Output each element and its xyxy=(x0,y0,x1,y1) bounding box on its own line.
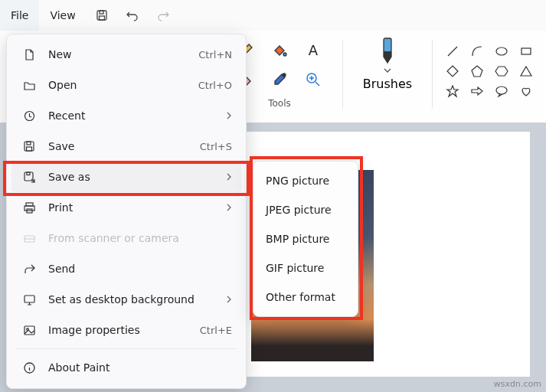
svg-rect-21 xyxy=(25,296,34,302)
menu-item-label: Open xyxy=(48,79,77,91)
svg-rect-0 xyxy=(97,11,106,20)
menu-item-properties[interactable]: Image properties Ctrl+E xyxy=(11,315,241,345)
redo-icon xyxy=(148,0,178,31)
menu-item-about[interactable]: About Paint xyxy=(11,352,241,383)
shortcut-label: Ctrl+S xyxy=(200,141,232,152)
shape-callout-icon[interactable] xyxy=(492,83,511,100)
svg-rect-13 xyxy=(27,142,31,145)
desktop-icon xyxy=(21,293,38,306)
svg-point-5 xyxy=(283,74,286,77)
menu-item-save-as[interactable]: Save as xyxy=(11,162,241,192)
chevron-right-icon xyxy=(226,172,232,181)
fill-icon[interactable] xyxy=(266,37,293,64)
menu-item-label: Send xyxy=(48,263,75,275)
menu-item-label: Save as xyxy=(48,171,90,183)
svg-text:A: A xyxy=(309,43,319,58)
submenu-item-other[interactable]: Other format xyxy=(253,283,358,312)
shortcut-label: Ctrl+E xyxy=(200,325,232,336)
menu-item-label: New xyxy=(48,48,72,60)
svg-point-3 xyxy=(283,53,286,56)
divider xyxy=(16,348,237,349)
submenu-item-jpeg[interactable]: JPEG picture xyxy=(253,195,358,224)
save-icon[interactable] xyxy=(87,0,117,31)
folder-icon xyxy=(21,79,38,92)
svg-rect-16 xyxy=(27,172,30,175)
clock-icon xyxy=(21,109,38,122)
menu-bar: File View xyxy=(0,0,546,31)
menu-item-label: From scanner or camera xyxy=(48,232,179,244)
menu-file[interactable]: File xyxy=(0,0,39,31)
magnifier-icon[interactable] xyxy=(299,66,327,93)
svg-rect-1 xyxy=(100,11,103,14)
shape-pentagon-icon[interactable] xyxy=(468,63,486,80)
svg-rect-9 xyxy=(521,48,531,54)
shapes-group[interactable] xyxy=(433,37,546,106)
shortcut-label: Ctrl+N xyxy=(198,49,232,60)
svg-point-10 xyxy=(496,87,507,94)
shape-triangle-icon[interactable] xyxy=(517,63,535,80)
chevron-right-icon xyxy=(226,111,232,120)
menu-item-scanner: From scanner or camera xyxy=(11,223,241,253)
menu-item-send[interactable]: Send xyxy=(11,253,241,284)
svg-rect-18 xyxy=(25,206,34,211)
print-icon xyxy=(21,201,38,214)
shape-oval-icon[interactable] xyxy=(492,43,511,60)
submenu-item-gif[interactable]: GIF picture xyxy=(253,253,358,283)
new-file-icon xyxy=(21,48,38,61)
menu-view[interactable]: View xyxy=(39,0,86,31)
menu-item-label: Recent xyxy=(48,109,85,122)
save-as-submenu: PNG picture JPEG picture BMP picture GIF… xyxy=(253,161,358,317)
menu-item-desktop-bg[interactable]: Set as desktop background xyxy=(11,284,241,315)
save-as-icon xyxy=(21,171,38,184)
brushes-group[interactable]: Brushes xyxy=(343,37,432,91)
shape-heart-icon[interactable] xyxy=(517,83,535,100)
chevron-down-icon xyxy=(384,67,391,74)
menu-item-label: Print xyxy=(48,201,73,214)
shape-line-icon[interactable] xyxy=(443,43,462,60)
menu-item-label: Save xyxy=(48,140,74,152)
tools-label: Tools xyxy=(268,98,291,109)
svg-rect-2 xyxy=(99,16,104,20)
color-picker-icon[interactable] xyxy=(266,66,293,93)
chevron-right-icon xyxy=(226,295,232,304)
menu-item-new[interactable]: New Ctrl+N xyxy=(11,39,241,70)
watermark: wsxdn.com xyxy=(494,379,541,389)
shape-arrow-right-icon[interactable] xyxy=(468,83,486,100)
info-icon xyxy=(21,361,38,374)
save-icon xyxy=(21,140,38,152)
file-menu-dropdown: New Ctrl+N Open Ctrl+O Recent Save Ctrl+… xyxy=(6,34,247,389)
shape-diamond-icon[interactable] xyxy=(443,63,462,80)
shape-hexagon-icon[interactable] xyxy=(492,63,511,80)
svg-rect-7 xyxy=(384,38,391,52)
menu-item-save[interactable]: Save Ctrl+S xyxy=(11,131,241,162)
submenu-item-bmp[interactable]: BMP picture xyxy=(253,224,358,253)
menu-item-open[interactable]: Open Ctrl+O xyxy=(11,70,241,100)
svg-rect-22 xyxy=(25,326,34,335)
text-icon[interactable]: A xyxy=(299,37,327,64)
menu-item-label: About Paint xyxy=(48,361,110,374)
scanner-icon xyxy=(21,232,38,245)
shortcut-label: Ctrl+O xyxy=(198,80,232,91)
share-icon xyxy=(21,263,38,276)
brushes-label: Brushes xyxy=(363,77,412,91)
chevron-right-icon xyxy=(226,203,232,212)
menu-item-label: Image properties xyxy=(48,324,140,336)
menu-item-recent[interactable]: Recent xyxy=(11,100,241,131)
shape-rect-icon[interactable] xyxy=(517,43,535,60)
svg-rect-14 xyxy=(27,147,32,151)
menu-item-print[interactable]: Print xyxy=(11,192,241,223)
menu-item-label: Set as desktop background xyxy=(48,293,195,305)
svg-rect-12 xyxy=(25,142,34,151)
image-icon xyxy=(21,324,38,337)
submenu-item-png[interactable]: PNG picture xyxy=(253,166,358,195)
svg-point-8 xyxy=(496,47,507,55)
shape-curve-icon[interactable] xyxy=(468,43,486,60)
shape-star-icon[interactable] xyxy=(443,83,462,100)
svg-rect-17 xyxy=(26,203,33,206)
undo-icon[interactable] xyxy=(117,0,148,31)
